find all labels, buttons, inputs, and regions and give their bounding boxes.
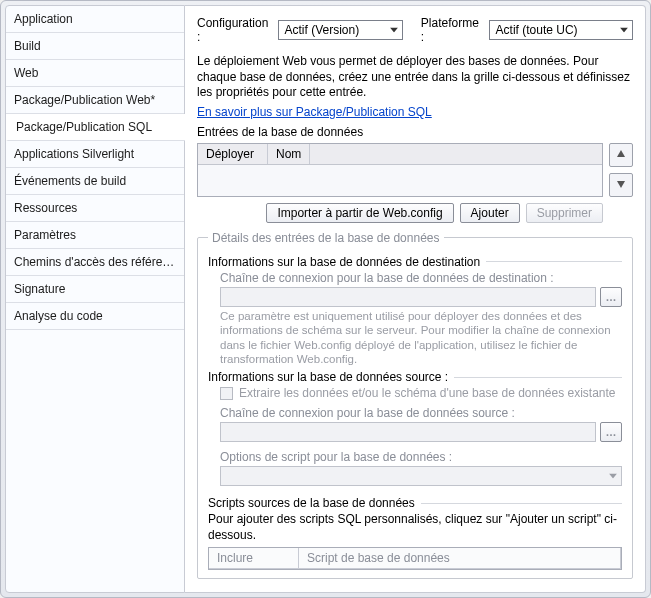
sidebar-item-label: Application [14,12,73,26]
sidebar-item-silverlight[interactable]: Applications Silverlight [6,141,184,168]
sidebar-item-build[interactable]: Build [6,33,184,60]
src-conn-label: Chaîne de connexion pour la base de donn… [220,406,622,420]
sidebar-item-label: Package/Publication Web* [14,93,155,107]
platform-value: Actif (toute UC) [496,23,578,37]
details-fieldset: Détails des entrées de la base de donnée… [197,231,633,580]
script-options-dropdown[interactable] [220,466,622,486]
divider [421,503,622,504]
arrow-down-icon [616,178,626,192]
remove-button[interactable]: Supprimer [526,203,603,223]
sidebar-item-reference-paths[interactable]: Chemins d'accès des références [6,249,184,276]
sidebar-item-package-web[interactable]: Package/Publication Web* [6,87,184,114]
sidebar-item-web[interactable]: Web [6,60,184,87]
platform-dropdown[interactable]: Actif (toute UC) [489,20,633,40]
chevron-down-icon [620,28,628,33]
sidebar-item-build-events[interactable]: Événements de build [6,168,184,195]
move-down-button[interactable] [609,173,633,197]
svg-marker-3 [617,181,625,188]
details-legend: Détails des entrées de la base de donnée… [208,231,444,245]
sidebar-item-settings[interactable]: Paramètres [6,222,184,249]
learn-more-link[interactable]: En savoir plus sur Package/Publication S… [197,105,633,119]
db-entries-label: Entrées de la base de données [197,125,633,139]
sidebar-item-label: Build [14,39,41,53]
arrow-up-icon [616,148,626,162]
intro-text: Le déploiement Web vous permet de déploy… [197,54,633,101]
svg-marker-0 [390,28,398,33]
sidebar-item-code-analysis[interactable]: Analyse du code [6,303,184,330]
import-button[interactable]: Importer à partir de Web.config [266,203,453,223]
col-deploy: Déployer [198,144,268,164]
add-button[interactable]: Ajouter [460,203,520,223]
extract-checkbox[interactable] [220,387,233,400]
divider [454,377,622,378]
sidebar-nav: Application Build Web Package/Publicatio… [5,5,185,593]
col-name: Nom [268,144,310,164]
sidebar-item-label: Applications Silverlight [14,147,134,161]
sidebar-item-signing[interactable]: Signature [6,276,184,303]
sidebar-item-label: Package/Publication SQL [16,120,152,134]
dest-conn-hint: Ce paramètre est uniquement utilisé pour… [220,309,622,367]
move-up-button[interactable] [609,143,633,167]
scripts-heading: Scripts sources de la base de données [208,496,415,510]
sidebar-item-application[interactable]: Application [6,6,184,33]
sidebar-item-package-sql[interactable]: Package/Publication SQL [6,114,185,141]
db-entries-grid[interactable]: Déployer Nom [197,143,603,197]
sidebar-item-label: Ressources [14,201,77,215]
sidebar-item-label: Signature [14,282,65,296]
dest-heading: Informations sur la base de données de d… [208,255,480,269]
sidebar-item-resources[interactable]: Ressources [6,195,184,222]
dest-conn-input[interactable] [220,287,596,307]
chevron-down-icon [609,474,617,479]
sidebar-item-label: Événements de build [14,174,126,188]
svg-marker-2 [617,150,625,157]
chevron-down-icon [390,28,398,33]
ellipsis-icon: … [606,426,617,438]
dest-conn-label: Chaîne de connexion pour la base de donn… [220,271,622,285]
sidebar-item-label: Web [14,66,38,80]
src-conn-browse-button[interactable]: … [600,422,622,442]
platform-label: Plateforme : [421,16,483,44]
configuration-label: Configuration : [197,16,272,44]
col-include: Inclure [209,548,299,569]
src-options-label: Options de script pour la base de donnée… [220,450,622,464]
scripts-desc: Pour ajouter des scripts SQL personnalis… [208,512,622,543]
dest-conn-browse-button[interactable]: … [600,287,622,307]
sidebar-item-label: Paramètres [14,228,76,242]
configuration-value: Actif (Version) [285,23,360,37]
divider [486,261,622,262]
col-script: Script de base de données [299,548,621,569]
configuration-dropdown[interactable]: Actif (Version) [278,20,403,40]
src-heading: Informations sur la base de données sour… [208,370,448,384]
sidebar-item-label: Analyse du code [14,309,103,323]
extract-label: Extraire les données et/ou le schéma d'u… [239,386,616,400]
content-panel: Configuration : Actif (Version) Platefor… [185,5,646,593]
scripts-grid[interactable]: Inclure Script de base de données [208,547,622,570]
ellipsis-icon: … [606,291,617,303]
svg-marker-4 [609,474,617,479]
svg-marker-1 [620,28,628,33]
src-conn-input[interactable] [220,422,596,442]
sidebar-item-label: Chemins d'accès des références [14,255,184,269]
